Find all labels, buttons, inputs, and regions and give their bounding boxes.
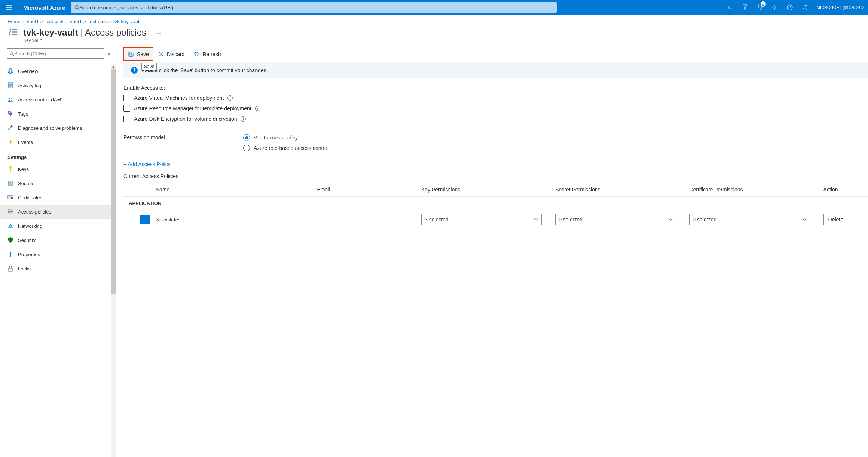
more-actions-button[interactable]: ··· [155, 30, 161, 37]
discard-button[interactable]: Discard [155, 47, 188, 61]
hamburger-menu[interactable] [0, 0, 18, 15]
breadcrumb-link[interactable]: test-cmk [45, 19, 64, 24]
props-icon [7, 251, 13, 257]
brand-label[interactable]: Microsoft Azure [18, 4, 71, 11]
sidebar-item-label: Secrets [18, 181, 34, 186]
svg-point-15 [9, 98, 10, 99]
feedback-button[interactable] [797, 0, 812, 15]
info-banner: i Please click the 'Save' button to comm… [123, 62, 868, 78]
global-search-input[interactable] [80, 5, 553, 10]
main-panel: Save Save Discard Refresh i Please click… [116, 46, 868, 457]
add-access-policy-link[interactable]: + Add Access Policy [123, 161, 171, 167]
svg-rect-2 [727, 5, 733, 10]
breadcrumb-link[interactable]: test-cmk [88, 19, 107, 24]
sidebar-item-events[interactable]: Events [0, 135, 116, 149]
iam-icon [7, 96, 13, 102]
application-icon [140, 215, 150, 224]
breadcrumb-link[interactable]: vnet1 [70, 19, 82, 24]
discard-button-label: Discard [167, 51, 184, 57]
page-title: tvk-key-vault | Access policies [23, 27, 146, 38]
breadcrumb-link[interactable]: Home [7, 19, 21, 24]
checkbox-label: Azure Disk Encryption for volume encrypt… [134, 116, 237, 122]
sidebar-item-label: Properties [18, 252, 40, 257]
tenant-label[interactable]: MICROSOFT (MICROSO [812, 5, 868, 10]
sidebar-item-security[interactable]: Security [0, 233, 116, 247]
checkbox-vm-deployment[interactable] [123, 95, 130, 101]
help-icon[interactable]: i [255, 106, 260, 111]
notification-badge: 2 [761, 1, 766, 7]
sidebar-item-overview[interactable]: Overview [0, 64, 116, 78]
svg-rect-26 [10, 252, 11, 257]
svg-line-7 [13, 54, 14, 56]
svg-line-1 [78, 8, 79, 10]
sidebar-scrollbar[interactable]: ▲ ▼ [111, 64, 116, 457]
sidebar-item-activity-log[interactable]: Activity log [0, 78, 116, 92]
sidebar-item-certificates[interactable]: Certificates [0, 190, 116, 205]
collapse-sidebar-button[interactable]: « [108, 51, 110, 56]
global-search[interactable] [71, 2, 557, 13]
search-icon [9, 51, 14, 56]
enable-access-heading: Enable Access to: [123, 85, 868, 91]
refresh-button[interactable]: Refresh [190, 47, 224, 61]
help-icon[interactable]: i [241, 116, 246, 122]
chevron-down-icon [668, 218, 673, 221]
sidebar-item-tags[interactable]: Tags [0, 107, 116, 121]
dropdown-value: 0 selected [559, 217, 583, 223]
sidebar-item-label: Keys [18, 166, 29, 172]
secret-permissions-dropdown[interactable]: 0 selected [555, 214, 676, 225]
help-button[interactable] [782, 0, 797, 15]
page-header: tvk-key-vault | Access policies ··· Key … [0, 26, 868, 46]
keyvault-icon [7, 27, 19, 39]
settings-button[interactable] [767, 0, 782, 15]
sidebar-item-iam[interactable]: Access control (IAM) [0, 92, 116, 107]
col-header-key-perms: Key Permissions [421, 187, 555, 193]
directory-filter-button[interactable] [737, 0, 752, 15]
svg-point-17 [9, 112, 10, 113]
delete-policy-button[interactable]: Delete [823, 214, 848, 225]
svg-point-24 [11, 197, 13, 199]
sidebar-item-properties[interactable]: Properties [0, 247, 116, 261]
key-icon [7, 166, 13, 172]
sidebar-item-secrets[interactable]: Secrets [0, 176, 116, 190]
col-header-email: Email [317, 187, 421, 193]
resource-type-label: Key vault [23, 38, 161, 43]
svg-rect-28 [9, 268, 12, 271]
table-group-application: APPLICATION [123, 196, 868, 210]
notifications-button[interactable]: 2 [752, 0, 767, 15]
search-icon [74, 5, 80, 10]
radio-vault-policy[interactable] [243, 134, 250, 141]
scrollbar-thumb[interactable] [111, 69, 116, 294]
svg-rect-27 [12, 252, 12, 257]
sidebar-item-label: Overview [18, 68, 38, 74]
sidebar-item-networking[interactable]: Networking [0, 219, 116, 233]
info-icon: i [131, 67, 138, 74]
topbar-icon-group: 2 [722, 0, 812, 15]
chevron-down-icon [802, 218, 807, 221]
checkbox-disk-encryption[interactable] [123, 116, 130, 122]
sidebar-search[interactable] [7, 48, 104, 59]
cloud-shell-button[interactable] [722, 0, 737, 15]
sidebar-item-label: Access policies [18, 209, 51, 215]
svg-point-18 [9, 166, 12, 169]
shield-icon [7, 237, 13, 243]
permission-model-label: Permission model [123, 134, 213, 140]
breadcrumb-link[interactable]: vnet1 [27, 19, 39, 24]
svg-rect-22 [9, 183, 11, 185]
sidebar-item-keys[interactable]: Keys [0, 162, 116, 176]
scroll-up-button[interactable]: ▲ [111, 64, 116, 69]
sidebar-search-input[interactable] [14, 51, 101, 56]
breadcrumb: Home> vnet1> test-cmk> vnet1> test-cmk> … [0, 15, 868, 26]
sidebar-item-access-policies[interactable]: Access policies [0, 205, 116, 219]
key-permissions-dropdown[interactable]: 3 selected [421, 214, 542, 225]
checkbox-arm-template[interactable] [123, 105, 130, 112]
svg-point-0 [75, 5, 78, 9]
sidebar-item-diagnose[interactable]: Diagnose and solve problems [0, 121, 116, 135]
help-icon[interactable]: i [227, 95, 233, 101]
svg-point-16 [11, 98, 12, 99]
radio-rbac[interactable] [243, 145, 250, 151]
cert-permissions-dropdown[interactable]: 0 selected [689, 214, 810, 225]
breadcrumb-link[interactable]: tvk-key-vault [113, 19, 141, 24]
sidebar-item-label: Events [18, 139, 33, 145]
save-button[interactable]: Save Save [123, 47, 153, 61]
sidebar-item-locks[interactable]: Locks [0, 261, 116, 276]
